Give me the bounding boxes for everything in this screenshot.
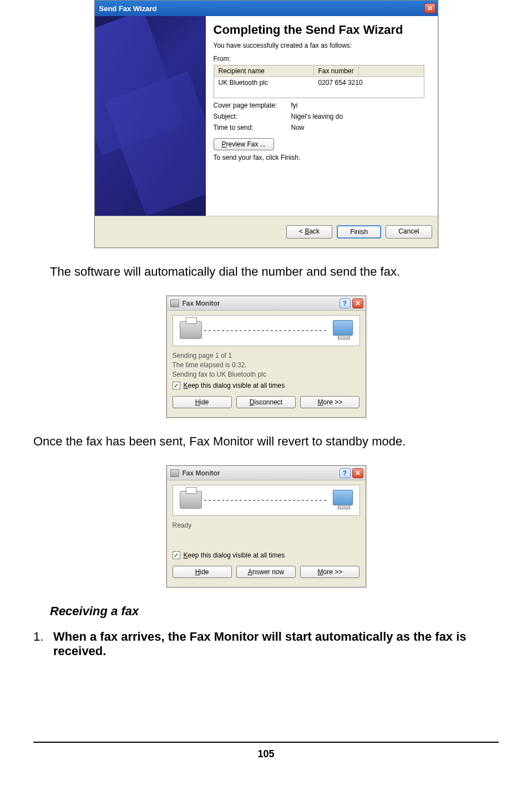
cell-fax-number: 0207 654 3210 xyxy=(314,77,367,88)
more-button[interactable]: More >> xyxy=(300,566,359,578)
status-line-1: Sending page 1 of 1 xyxy=(173,352,360,359)
table-row[interactable]: UK Bluetooth plc 0207 654 3210 xyxy=(214,77,424,88)
cell-recipient-name: UK Bluetooth plc xyxy=(214,77,314,88)
fax-machine-icon xyxy=(180,321,202,339)
monitor-title: Fax Monitor xyxy=(183,300,220,307)
time-to-send-value: Now xyxy=(291,124,305,131)
fax-icon xyxy=(170,469,179,477)
disconnect-button[interactable]: Disconnect xyxy=(236,396,296,408)
transfer-animation xyxy=(173,485,360,516)
close-button[interactable]: ✕ xyxy=(352,468,363,478)
more-button[interactable]: More >> xyxy=(300,396,359,408)
computer-icon xyxy=(333,320,353,336)
monitor-titlebar: Fax Monitor ? ✕ xyxy=(167,466,366,480)
answer-now-button[interactable]: Answer now xyxy=(236,566,296,578)
close-button[interactable]: ✕ xyxy=(424,3,435,13)
transfer-animation xyxy=(173,315,360,346)
from-label: From: xyxy=(214,55,430,63)
back-button[interactable]: < Back xyxy=(286,225,332,239)
finish-instruction: To send your fax, click Finish. xyxy=(214,154,430,161)
status-line-2: The time elapsed is 0:32. xyxy=(173,361,360,369)
wizard-heading: Completing the Send Fax Wizard xyxy=(214,23,430,37)
wizard-title: Send Fax Wizard xyxy=(99,4,157,13)
keep-visible-label: Keep this dialog visible at all times xyxy=(184,551,285,559)
section-heading-receiving: Receiving a fax xyxy=(50,604,499,619)
fax-monitor-ready: Fax Monitor ? ✕ Ready ✓ Keep this dialog… xyxy=(166,465,366,587)
finish-button[interactable]: Finish xyxy=(337,225,381,239)
cover-template-label: Cover page template: xyxy=(214,102,291,109)
subject-label: Subject: xyxy=(214,113,291,120)
col-recipient-name: Recipient name xyxy=(214,65,314,77)
recipient-table: Recipient name Fax number UK Bluetooth p… xyxy=(214,65,424,98)
hide-button[interactable]: Hide xyxy=(173,566,232,578)
subject-value: Nigel's leaving do xyxy=(291,113,343,120)
keep-visible-checkbox[interactable]: ✓ xyxy=(173,382,180,389)
status-line-ready: Ready xyxy=(173,521,360,529)
close-button[interactable]: ✕ xyxy=(352,298,363,308)
keep-visible-checkbox[interactable]: ✓ xyxy=(173,551,180,559)
narrative-text-2: Once the fax has been sent, Fax Monitor … xyxy=(33,434,499,449)
status-line-3: Sending fax to UK Bluetooth plc xyxy=(173,371,360,378)
fax-icon xyxy=(170,300,179,307)
narrative-text-1: The software will automatically dial the… xyxy=(50,265,499,279)
computer-icon xyxy=(333,490,353,505)
wizard-footer: < Back Finish Cancel xyxy=(95,216,438,247)
col-fax-number: Fax number xyxy=(314,65,359,77)
help-button[interactable]: ? xyxy=(340,298,351,308)
fax-monitor-sending: Fax Monitor ? ✕ Sending page 1 of 1 The … xyxy=(166,296,366,418)
preview-fax-button[interactable]: Preview Fax ... xyxy=(214,138,274,150)
wave-icon xyxy=(204,330,326,331)
wizard-subtitle: You have successfully created a fax as f… xyxy=(214,42,430,49)
keep-visible-label: Keep this dialog visible at all times xyxy=(184,382,285,389)
time-to-send-label: Time to send: xyxy=(214,124,291,131)
step-number: 1. xyxy=(33,630,47,658)
cover-template-value: fyi xyxy=(291,102,298,109)
wave-icon xyxy=(204,500,326,501)
send-fax-wizard-window: Send Fax Wizard ✕ Completing the Send Fa… xyxy=(94,0,438,248)
help-button[interactable]: ? xyxy=(340,468,351,478)
fax-machine-icon xyxy=(180,491,202,509)
wizard-titlebar: Send Fax Wizard ✕ xyxy=(95,1,438,16)
hide-button[interactable]: Hide xyxy=(173,396,232,408)
monitor-title: Fax Monitor xyxy=(183,469,220,477)
wizard-side-graphic xyxy=(95,16,206,216)
cancel-button[interactable]: Cancel xyxy=(386,225,432,239)
monitor-titlebar: Fax Monitor ? ✕ xyxy=(167,296,366,311)
page-number: 105 xyxy=(33,742,499,760)
step-text: When a fax arrives, the Fax Monitor will… xyxy=(53,630,499,658)
